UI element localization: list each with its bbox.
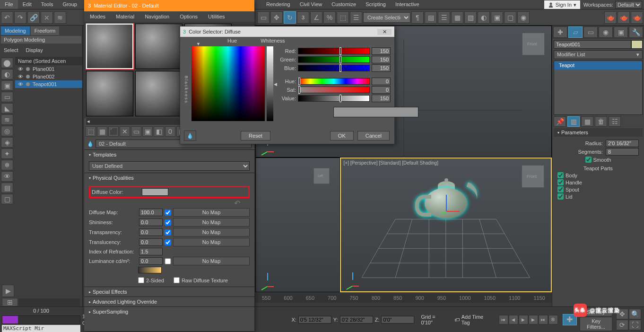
put-library-icon[interactable]: ◧ bbox=[154, 126, 164, 137]
teapot-icon-2[interactable]: 🫖 bbox=[618, 11, 630, 24]
diffuse-map-button[interactable]: No Map bbox=[173, 208, 250, 217]
object-name-input[interactable] bbox=[554, 40, 631, 49]
whiteness-bar[interactable] bbox=[267, 46, 273, 121]
nav-orbit-icon[interactable]: ⟳ bbox=[616, 320, 628, 330]
scene-empty-icon[interactable]: ▢ bbox=[1, 194, 13, 204]
make-copy-icon[interactable]: ▭ bbox=[131, 126, 141, 137]
red-spinner[interactable] bbox=[372, 47, 391, 55]
mat-id-icon[interactable]: 0 bbox=[165, 126, 175, 137]
scene-cam-icon[interactable]: ▣ bbox=[1, 80, 13, 91]
templates-dropdown[interactable]: User Defined bbox=[89, 161, 250, 171]
nav-zoom-icon[interactable]: 🔍 bbox=[629, 309, 641, 319]
ok-button[interactable]: OK bbox=[330, 131, 354, 140]
hierarchy-tab-icon[interactable]: ▭ bbox=[583, 26, 598, 38]
key-filters-button[interactable]: Key Filters... bbox=[580, 317, 612, 331]
translucency-map-button[interactable]: No Map bbox=[173, 238, 250, 246]
material-slot-1[interactable] bbox=[86, 24, 133, 69]
schematic-button[interactable]: ▧ bbox=[464, 11, 477, 24]
menu-rendering[interactable]: Rendering bbox=[261, 0, 295, 9]
mat-menu-navigation[interactable]: Navigation bbox=[140, 12, 174, 21]
key-mode-button[interactable]: ⦿ bbox=[548, 315, 558, 324]
translucency-checkbox[interactable] bbox=[165, 239, 171, 245]
modify-tab-icon[interactable]: ▱ bbox=[568, 26, 583, 38]
scene-list-header[interactable]: Name (Sorted Ascen bbox=[15, 57, 82, 65]
viewcube-persp[interactable]: Front bbox=[522, 165, 544, 188]
green-slider[interactable] bbox=[298, 56, 370, 63]
get-material-icon[interactable]: ⬚ bbox=[86, 126, 96, 137]
radius-spinner[interactable] bbox=[606, 140, 639, 147]
diffuse-color-swatch[interactable] bbox=[142, 188, 168, 196]
menu-civil-view[interactable]: Civil View bbox=[295, 0, 327, 9]
trackbar[interactable] bbox=[2, 315, 80, 324]
undo-button[interactable]: ↶ bbox=[1, 11, 13, 24]
scene-item-plane002[interactable]: 👁Plane002 bbox=[15, 73, 82, 80]
shininess-spinner[interactable] bbox=[139, 218, 163, 226]
templates-rollout-header[interactable]: Templates bbox=[84, 150, 254, 159]
make-unique-icon[interactable]: ▣ bbox=[142, 126, 153, 137]
adv-lighting-header[interactable]: Advanced Lighting Override bbox=[84, 297, 254, 306]
object-color-swatch[interactable] bbox=[631, 40, 643, 49]
ribbon-modeling-tab[interactable]: Modeling bbox=[1, 26, 30, 35]
scene-light-icon[interactable]: ◐ bbox=[1, 69, 13, 79]
utilities-tab-icon[interactable]: 🔧 bbox=[629, 26, 643, 38]
hue-spinner[interactable] bbox=[372, 78, 391, 85]
modifier-stack[interactable]: Teapot bbox=[554, 61, 643, 115]
curve-editor-button[interactable]: ▦ bbox=[451, 11, 463, 24]
make-unique-icon[interactable]: ▦ bbox=[581, 116, 593, 127]
pin-stack-icon[interactable]: 📌 bbox=[554, 116, 566, 127]
viewport-layout-button[interactable]: ⊞ bbox=[2, 298, 18, 306]
material-editor-titlebar[interactable]: 3 Material Editor - 02 - Default bbox=[84, 0, 254, 11]
luminance-map-button[interactable]: No Map bbox=[173, 257, 250, 265]
bind-button[interactable]: ≋ bbox=[54, 11, 66, 24]
diffuse-map-checkbox[interactable] bbox=[165, 210, 171, 216]
time-ruler[interactable]: 5506006507007508008509009501000105011001… bbox=[255, 293, 552, 303]
lid-checkbox[interactable] bbox=[557, 193, 564, 200]
workspaces-dropdown[interactable]: Default bbox=[615, 1, 642, 9]
scene-helper-icon[interactable]: ▭ bbox=[1, 92, 13, 102]
menu-scripting[interactable]: Scripting bbox=[361, 0, 391, 9]
selection-set-dropdown[interactable]: Create Selection Se bbox=[363, 12, 410, 23]
body-checkbox[interactable] bbox=[557, 172, 564, 178]
handle-checkbox[interactable] bbox=[557, 179, 564, 185]
transparency-checkbox[interactable] bbox=[165, 229, 171, 236]
time-tag-button[interactable]: 🏷Add Time Tag bbox=[454, 314, 492, 325]
z-coord-input[interactable] bbox=[381, 316, 414, 323]
sat-slider[interactable] bbox=[298, 87, 370, 93]
segments-spinner[interactable] bbox=[606, 148, 639, 156]
scene-frozen-icon[interactable]: ❄ bbox=[1, 160, 13, 170]
scene-list-icon[interactable]: ▤ bbox=[1, 183, 13, 193]
viewcube-tr[interactable]: Front bbox=[522, 33, 545, 55]
motion-tab-icon[interactable]: ◉ bbox=[599, 26, 613, 38]
scene-item-teapot001[interactable]: 👁Teapot001 bbox=[15, 80, 82, 88]
play-anim-button[interactable]: ▶ bbox=[519, 315, 528, 324]
display-tab-icon[interactable]: ▣ bbox=[614, 26, 628, 38]
teapot-shaded[interactable] bbox=[425, 188, 467, 218]
modifier-list-dropdown[interactable]: Modifier List▾ bbox=[554, 50, 643, 59]
goto-start-button[interactable]: ⏮ bbox=[499, 315, 508, 324]
smooth-checkbox[interactable] bbox=[585, 157, 592, 163]
x-coord-input[interactable] bbox=[298, 316, 331, 323]
diffuse-map-spinner[interactable] bbox=[139, 209, 163, 216]
redo-button[interactable]: ↷ bbox=[14, 11, 26, 24]
configure-icon[interactable]: ☷ bbox=[609, 116, 621, 127]
scene-warp-icon[interactable]: ≋ bbox=[1, 114, 13, 125]
show-end-result-icon[interactable]: ▥ bbox=[567, 116, 580, 127]
ior-spinner[interactable] bbox=[139, 248, 163, 255]
render-setup-button[interactable]: ▣ bbox=[491, 11, 503, 24]
scene-scrollbar[interactable] bbox=[18, 298, 80, 306]
workspaces-selector[interactable]: Workspaces: Default bbox=[583, 1, 642, 9]
menu-customize[interactable]: Customize bbox=[327, 0, 361, 9]
two-sided-checkbox[interactable] bbox=[138, 277, 144, 283]
select-tab[interactable]: Select bbox=[2, 46, 20, 54]
color-preview-swatch[interactable] bbox=[333, 107, 418, 117]
assign-material-icon[interactable]: ⬛ bbox=[108, 126, 119, 137]
named-sel-button[interactable]: ☰ bbox=[350, 11, 362, 24]
maxscript-listener[interactable]: MAXScript Mir bbox=[2, 325, 80, 332]
prev-frame-button[interactable]: ◀ bbox=[509, 315, 518, 324]
menu-interactive[interactable]: Interactive bbox=[391, 0, 424, 9]
layers-button[interactable]: ☰ bbox=[438, 11, 450, 24]
cancel-button[interactable]: Cancel bbox=[357, 131, 390, 140]
eyedropper-button[interactable]: 💧 bbox=[184, 131, 196, 141]
transparency-map-button[interactable]: No Map bbox=[173, 228, 250, 236]
close-button[interactable]: ✕ bbox=[377, 29, 392, 35]
